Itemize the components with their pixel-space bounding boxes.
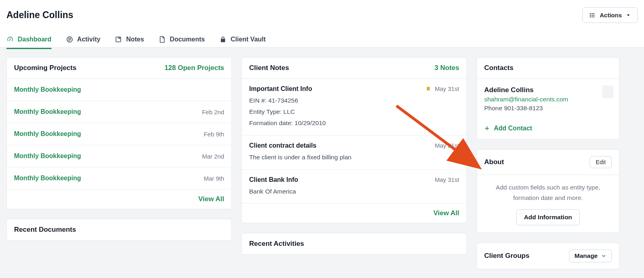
note-line: The client is under a fixed billing plan	[249, 152, 459, 163]
title-row: Adeline Collins Actions	[0, 0, 644, 23]
svg-point-5	[590, 16, 590, 17]
card-header: Contacts	[477, 58, 619, 79]
about-card: About Edit Add custom fields such as ent…	[477, 149, 619, 233]
plus-icon	[484, 126, 490, 131]
card-header: Client Notes 3 Notes	[242, 58, 466, 79]
contact-menu-button[interactable]	[602, 85, 613, 98]
project-date: Feb 2nd	[202, 109, 224, 115]
tab-label: Documents	[170, 36, 205, 43]
note-body: The client is under a fixed billing plan	[249, 152, 459, 163]
actions-button[interactable]: Actions	[582, 7, 638, 23]
chevron-down-icon	[601, 253, 607, 259]
note-body: Bank Of America	[249, 186, 459, 197]
project-row[interactable]: Monthly Bookkeeping Feb 9th	[7, 123, 231, 145]
tab-client-vault[interactable]: Client Vault	[219, 31, 266, 49]
add-contact-button[interactable]: Add Contact	[477, 119, 539, 139]
note-title: Important Client Info	[249, 85, 312, 93]
tab-label: Client Vault	[231, 36, 266, 43]
gauge-icon	[6, 36, 14, 43]
content-grid: Upcoming Projects 128 Open Projects Mont…	[0, 47, 644, 278]
note-item[interactable]: Client Bank Info May 31st Bank Of Americ…	[242, 170, 466, 204]
card-title: Recent Documents	[14, 226, 76, 234]
tab-activity[interactable]: Activity	[66, 31, 101, 49]
note-body: EIN #: 41-734256 Entity Type: LLC Format…	[249, 95, 459, 129]
kebab-icon	[607, 89, 609, 95]
bookmark-icon	[426, 86, 431, 92]
list-icon	[589, 12, 596, 19]
tab-label: Dashboard	[18, 36, 52, 43]
card-title: Client Notes	[249, 64, 289, 72]
note-date: May 31st	[435, 176, 459, 183]
recent-activities-card: Recent Activities	[242, 233, 467, 255]
tab-label: Notes	[126, 36, 144, 43]
add-contact-label: Add Contact	[494, 125, 532, 132]
note-line: Entity Type: LLC	[249, 106, 459, 117]
card-header: Client Groups Manage	[477, 243, 619, 269]
manage-label: Manage	[574, 252, 598, 259]
note-title: Client contract details	[249, 142, 316, 149]
svg-point-4	[590, 15, 590, 15]
right-col: Contacts Adeline Collins shahram@financi…	[477, 57, 619, 269]
project-name: Monthly Bookkeeping	[14, 152, 81, 160]
svg-point-12	[608, 92, 608, 92]
contacts-card: Contacts Adeline Collins shahram@financi…	[477, 57, 619, 140]
manage-groups-button[interactable]: Manage	[569, 249, 612, 262]
note-line: EIN #: 41-734256	[249, 95, 459, 106]
card-header: Recent Activities	[242, 233, 466, 254]
svg-point-13	[608, 92, 608, 93]
view-all-projects[interactable]: View All	[7, 189, 231, 209]
about-description: Add custom fields such as entity type, f…	[477, 175, 619, 208]
project-row[interactable]: Monthly Bookkeeping Mar 2nd	[7, 145, 231, 167]
project-row[interactable]: Monthly Bookkeeping	[7, 79, 231, 101]
tabs: Dashboard Activity Notes Documents Clien…	[0, 30, 644, 50]
note-line: Formation date: 10/29/2010	[249, 117, 459, 129]
recent-documents-card: Recent Documents	[6, 219, 232, 241]
note-line: Bank Of America	[249, 186, 459, 197]
project-name: Monthly Bookkeeping	[14, 86, 81, 93]
topbar: Adeline Collins Actions Dashboard Activi…	[0, 0, 644, 47]
open-projects-link[interactable]: 128 Open Projects	[165, 64, 224, 72]
note-date: May 31st	[435, 85, 459, 92]
card-title: Recent Activities	[249, 240, 304, 248]
project-row[interactable]: Monthly Bookkeeping Mar 9th	[7, 167, 231, 189]
left-col: Upcoming Projects 128 Open Projects Mont…	[6, 57, 232, 269]
note-title: Client Bank Info	[249, 176, 298, 183]
tab-documents[interactable]: Documents	[159, 31, 205, 49]
actions-label: Actions	[600, 12, 622, 19]
edit-about-button[interactable]: Edit	[590, 156, 612, 168]
tab-notes[interactable]: Notes	[115, 31, 144, 49]
contact-phone: Phone 901-338-8123	[484, 105, 612, 112]
lock-icon	[219, 36, 227, 43]
contact-item: Adeline Collins shahram@financial-cents.…	[477, 79, 619, 119]
card-title: About	[484, 158, 504, 166]
project-name: Monthly Bookkeeping	[14, 175, 81, 182]
notes-count-link[interactable]: 3 Notes	[435, 64, 459, 72]
note-icon	[115, 36, 122, 43]
contact-name: Adeline Collins	[484, 86, 612, 94]
upcoming-projects-card: Upcoming Projects 128 Open Projects Mont…	[6, 57, 232, 209]
contact-email[interactable]: shahram@financial-cents.com	[484, 96, 612, 103]
activity-icon	[66, 36, 73, 43]
document-icon	[159, 36, 166, 43]
card-title: Upcoming Projects	[14, 64, 76, 72]
tab-label: Activity	[77, 36, 101, 43]
card-header: Recent Documents	[7, 219, 231, 240]
project-name: Monthly Bookkeeping	[14, 108, 81, 115]
card-header: About Edit	[477, 150, 619, 175]
note-date: May 31st	[435, 142, 459, 149]
add-information-button[interactable]: Add Information	[516, 209, 580, 225]
caret-down-icon	[626, 13, 631, 18]
client-groups-card: Client Groups Manage	[477, 243, 619, 269]
note-item[interactable]: Client contract details May 31st The cli…	[242, 136, 466, 170]
view-all-notes[interactable]: View All	[242, 203, 466, 223]
mid-col: Client Notes 3 Notes Important Client In…	[242, 57, 467, 269]
client-notes-card: Client Notes 3 Notes Important Client In…	[242, 57, 467, 223]
project-row[interactable]: Monthly Bookkeeping Feb 2nd	[7, 101, 231, 123]
project-date: Mar 9th	[204, 175, 224, 182]
card-header: Upcoming Projects 128 Open Projects	[7, 58, 231, 79]
card-title: Client Groups	[484, 252, 529, 260]
svg-point-3	[590, 13, 590, 14]
note-item[interactable]: Important Client Info May 31st EIN #: 41…	[242, 79, 466, 136]
project-name: Monthly Bookkeeping	[14, 130, 81, 138]
tab-dashboard[interactable]: Dashboard	[6, 31, 52, 49]
